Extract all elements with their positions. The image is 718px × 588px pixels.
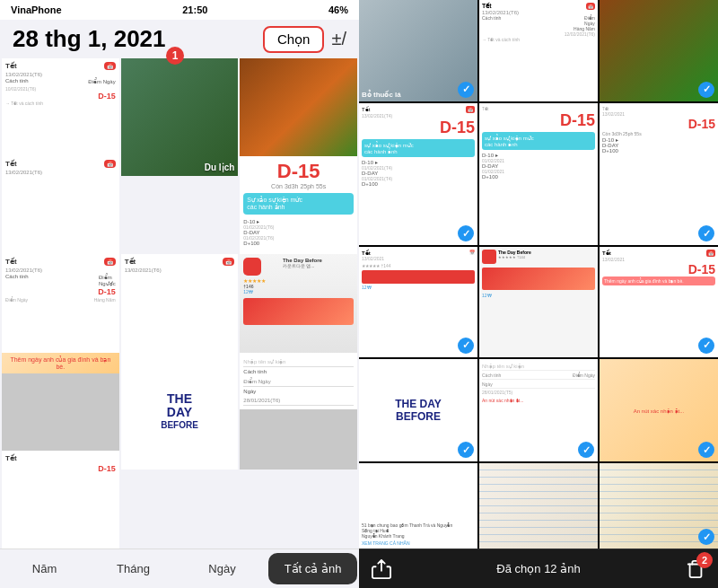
battery: 46% xyxy=(328,4,348,15)
add-photo-text: Thêm ngày anh của gia đình và bạn bè. xyxy=(5,356,116,370)
check-bo-thuoc-la xyxy=(458,82,474,98)
chon-button[interactable]: Chọn xyxy=(263,26,325,53)
share-icon xyxy=(372,559,391,579)
r-cell-dday-3[interactable]: Tết13/02/2021 D-15 Còn 3d3h 25ph 55s D-1… xyxy=(600,103,718,246)
r-cell-giang-sinh[interactable] xyxy=(600,0,718,101)
bottom-nav: Năm Tháng Ngày Tất cả ảnh xyxy=(0,549,359,588)
r-cell-tet-top[interactable]: Tết 📅 13/02/2021(T6) Cách tínhĐiểmNgày H… xyxy=(479,0,598,101)
plus-button[interactable]: ±/ xyxy=(331,29,346,49)
check-tet-2 xyxy=(458,338,474,354)
r-cell-form[interactable]: Nhập tên sự kiện Cách tính Điểm Ngày Ngà… xyxy=(479,359,598,462)
badge-2: 2 xyxy=(696,552,713,568)
right-bottom-bar: Đã chọn 12 ảnh 2 xyxy=(359,549,718,588)
r-cell-dday-2[interactable]: Tết D-15 sự xảo sự kiện mứccác hành ảnh … xyxy=(479,103,598,246)
cell-theday[interactable]: THE DAY BEFORE xyxy=(121,353,239,470)
r-cell-notebook[interactable] xyxy=(479,463,598,549)
header-actions: Chọn ±/ xyxy=(263,26,346,53)
r-cell-dday-1[interactable]: Tết 📅 13/02/2021(T4) D-15 sự xảo sự kiện… xyxy=(359,103,477,246)
nav-all-photos[interactable]: Tất cả ảnh xyxy=(268,553,357,584)
badge-1: 1 xyxy=(166,47,184,65)
right-panel: Bỏ thuốc lá Tết 📅 13/02/2021(T6) Cách tí… xyxy=(359,0,718,588)
cell-du-lich[interactable]: Du lịch xyxy=(121,58,239,176)
r-cell-tet-2[interactable]: Tết 📅 13/02/2021 ★★★★★ †144 12₩ xyxy=(359,247,477,357)
time: 21:50 xyxy=(182,4,207,15)
r-cell-tet-3[interactable]: Tết 📅 13/02/2021 D-15 Thêm ngày anh của … xyxy=(600,247,718,357)
check-notebook2 xyxy=(698,529,714,545)
cell-form[interactable]: Nhập tên sự kiện Cách tính Điểm Ngày Ngà… xyxy=(240,353,357,470)
right-photo-grid: Bỏ thuốc lá Tết 📅 13/02/2021(T6) Cách tí… xyxy=(359,0,718,549)
check-giang-sinh xyxy=(698,82,714,98)
r-cell-notebook2[interactable] xyxy=(600,463,718,549)
r-cell-user-text[interactable]: 51 bạn chung bao gồm Thanh Trà và Nguyễn… xyxy=(359,463,477,549)
du-lich-label: Du lịch xyxy=(205,162,235,172)
share-icon-wrap[interactable] xyxy=(372,559,391,579)
r-cell-add[interactable]: An nút xác nhận ặt... xyxy=(600,359,718,462)
check-tet-3 xyxy=(698,338,714,354)
left-panel: VinaPhone 21:50 46% 28 thg 1, 2021 Chọn … xyxy=(0,0,359,588)
photo-grid: Tết 📅 13/02/2021(T6) Cách tínhĐiểm Ngày … xyxy=(0,57,359,549)
r-cell-appstore[interactable]: The Day Before ★★★★★ †144 12₩ xyxy=(479,247,598,357)
r-cell-theday[interactable]: THE DAYBEFORE xyxy=(359,359,477,462)
cell-tet-5[interactable]: Tết D-15 xyxy=(2,451,119,549)
carrier: VinaPhone xyxy=(11,4,62,15)
page-title: 28 thg 1, 2021 xyxy=(13,25,166,53)
selected-count-text: Đã chọn 12 ảnh xyxy=(496,562,580,575)
r-cell-bo-thuoc-la[interactable]: Bỏ thuốc lá xyxy=(359,0,477,101)
nav-day[interactable]: Ngày xyxy=(178,549,267,588)
nav-year[interactable]: Năm xyxy=(0,549,89,588)
status-bar: VinaPhone 21:50 46% xyxy=(0,0,359,20)
nav-month[interactable]: Tháng xyxy=(89,549,178,588)
